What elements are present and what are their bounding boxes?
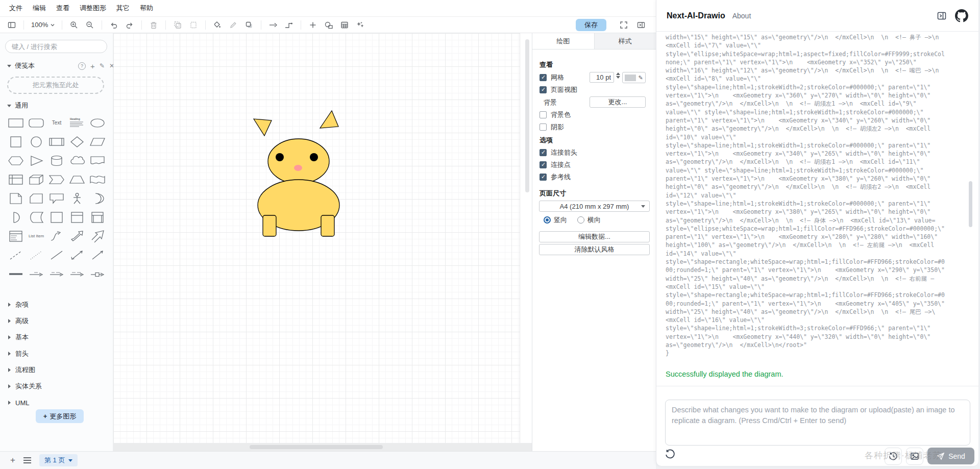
shape-section[interactable]: 基本: [0, 329, 113, 345]
menu-item[interactable]: 调整图形: [80, 4, 106, 13]
message-input[interactable]: [665, 400, 970, 446]
shape-document[interactable]: [87, 151, 108, 170]
shape-data-storage[interactable]: [26, 208, 46, 227]
shadow-checkbox[interactable]: [540, 124, 547, 131]
shape-list-container[interactable]: [87, 208, 108, 227]
toggle-format-panel-icon[interactable]: [635, 19, 647, 31]
grid-size-input[interactable]: [590, 72, 614, 83]
paper-size-select[interactable]: A4 (210 mm x 297 mm): [539, 201, 650, 212]
zoom-level-select[interactable]: 100%: [30, 21, 56, 29]
vertical-scrollbar-thumb[interactable]: [525, 39, 529, 192]
page-view-checkbox[interactable]: [540, 86, 547, 93]
shape-arrow[interactable]: [87, 227, 108, 245]
shape-search[interactable]: [5, 40, 107, 53]
about-link[interactable]: About: [732, 12, 751, 20]
right-eye-shape[interactable]: [310, 153, 318, 161]
shape-trapezoid[interactable]: [67, 170, 87, 189]
shape-labeled-arrow-1[interactable]: [26, 264, 46, 283]
shape-arrow-with-box[interactable]: [87, 264, 108, 283]
shape-list[interactable]: [6, 227, 26, 245]
horizontal-scrollbar-thumb[interactable]: [250, 445, 383, 449]
shape-search-input[interactable]: [11, 42, 103, 51]
grid-color-button[interactable]: ✎: [622, 72, 646, 83]
clear-default-style-button[interactable]: 清除默认风格: [539, 244, 650, 255]
undo-icon[interactable]: [108, 19, 119, 31]
shape-cube[interactable]: [26, 170, 46, 189]
shape-labeled-arrow-3[interactable]: [67, 264, 87, 283]
left-eye-shape[interactable]: [276, 153, 284, 161]
shape-labeled-arrow-2[interactable]: [46, 264, 67, 283]
page-tab[interactable]: 第 1 页: [39, 454, 78, 466]
head-shape[interactable]: [268, 139, 329, 184]
arrow-tool-icon[interactable]: [267, 19, 279, 31]
option-checkbox[interactable]: [540, 174, 547, 181]
portrait-radio[interactable]: [544, 216, 551, 224]
add-icon[interactable]: +: [90, 62, 95, 70]
option-checkbox[interactable]: [540, 161, 547, 168]
send-button[interactable]: Send: [927, 448, 974, 464]
shape-rounded-rectangle[interactable]: [26, 113, 46, 132]
shape-parallelogram[interactable]: [87, 132, 108, 151]
shape-dotted-line[interactable]: [26, 245, 46, 264]
save-button[interactable]: 保存: [576, 19, 606, 31]
shape-section[interactable]: 实体关系: [0, 378, 113, 394]
zoom-in-icon[interactable]: [68, 19, 80, 31]
option-checkbox[interactable]: [540, 149, 547, 156]
shape-ellipse[interactable]: [87, 113, 108, 132]
more-shapes-button[interactable]: + 更多图形: [36, 409, 84, 423]
history-button[interactable]: [885, 448, 902, 465]
paste-icon[interactable]: [188, 19, 199, 31]
shape-or[interactable]: [87, 189, 108, 208]
edit-style-icon[interactable]: [228, 19, 239, 31]
drawing-canvas[interactable]: [113, 33, 532, 451]
shape-internal-storage[interactable]: [6, 170, 26, 189]
grid-checkbox[interactable]: [540, 74, 547, 81]
table-icon[interactable]: [339, 19, 350, 31]
shape-section[interactable]: 杂项: [0, 297, 113, 313]
scratchpad-dropzone[interactable]: 把元素拖至此处: [7, 77, 104, 94]
menu-item[interactable]: 帮助: [140, 4, 153, 13]
shape-cloud[interactable]: [67, 151, 87, 170]
shape-dashed-line[interactable]: [6, 245, 26, 264]
shape-rectangle[interactable]: [6, 113, 26, 132]
nose-shape[interactable]: [294, 165, 302, 171]
shape-directional-connector[interactable]: [87, 245, 108, 264]
shape-line[interactable]: [46, 245, 67, 264]
shape-note[interactable]: [6, 189, 26, 208]
shape-circle[interactable]: [26, 132, 46, 151]
shape-text[interactable]: Text: [46, 113, 67, 132]
edit-icon[interactable]: ✎: [100, 62, 105, 69]
shape-hexagon[interactable]: [6, 151, 26, 170]
shape-bidirectional-connector[interactable]: [67, 245, 87, 264]
help-icon[interactable]: ?: [78, 62, 86, 70]
landscape-radio[interactable]: [577, 216, 584, 224]
shadow-icon[interactable]: [243, 19, 255, 31]
scratchpad-section-header[interactable]: 便笺本 ? + ✎ ✕: [0, 61, 120, 70]
shape-diamond[interactable]: [67, 132, 87, 151]
shape-list-item[interactable]: List Item: [26, 227, 46, 245]
waypoints-tool-icon[interactable]: [283, 19, 295, 31]
right-ear-shape[interactable]: [320, 111, 338, 128]
left-leg-shape[interactable]: [263, 215, 276, 236]
shape-and[interactable]: [6, 208, 26, 227]
menu-item[interactable]: 查看: [56, 4, 69, 13]
general-section-header[interactable]: 通用: [0, 101, 120, 110]
edit-data-button[interactable]: 编辑数据...: [539, 231, 650, 242]
shape-container[interactable]: [46, 208, 67, 227]
tab-diagram[interactable]: 绘图: [532, 33, 595, 49]
shape-step[interactable]: [46, 170, 67, 189]
grid-size-stepper[interactable]: [616, 72, 620, 79]
right-leg-shape[interactable]: [321, 215, 334, 236]
shape-actor[interactable]: [67, 189, 87, 208]
copy-icon[interactable]: [172, 19, 183, 31]
reset-chat-button[interactable]: [665, 449, 675, 459]
shape-textbox[interactable]: Heading: [67, 113, 87, 132]
zoom-out-icon[interactable]: [84, 19, 95, 31]
upload-image-button[interactable]: [906, 448, 923, 465]
sidebar-toggle-icon[interactable]: [6, 19, 17, 31]
shape-section[interactable]: 箭头: [0, 345, 113, 362]
collapse-panel-icon[interactable]: [937, 11, 947, 21]
shape-section[interactable]: 高级: [0, 313, 113, 329]
shape-card[interactable]: [26, 189, 46, 208]
shape-process[interactable]: [46, 132, 67, 151]
